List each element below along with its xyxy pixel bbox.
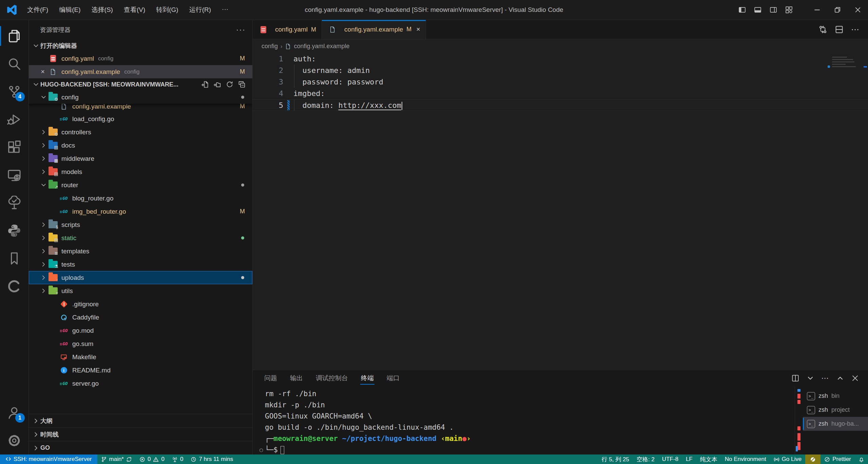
- status-prettier[interactable]: Prettier: [821, 455, 855, 464]
- activitybar-python[interactable]: [0, 217, 29, 245]
- layout-sidebar-icon[interactable]: [734, 6, 750, 14]
- close-icon[interactable]: ×: [38, 68, 48, 76]
- status-notifications[interactable]: [855, 455, 868, 464]
- menu-运行[interactable]: 运行(R): [185, 3, 216, 16]
- chev-up-icon[interactable]: [836, 374, 844, 382]
- activitybar-source-control[interactable]: 4: [0, 78, 29, 105]
- terminal-instance-bin[interactable]: >_zshbin: [803, 389, 868, 403]
- panel-tab-终端[interactable]: 终端: [360, 370, 374, 386]
- tab-config.yaml[interactable]: config.yamlM: [253, 20, 322, 39]
- tree-folder-middleware[interactable]: ▦middleware: [29, 152, 252, 165]
- explorer-more-icon[interactable]: ···: [236, 25, 246, 34]
- activitybar-bookmarks[interactable]: [0, 245, 29, 272]
- go-section[interactable]: GO: [29, 441, 252, 455]
- more-actions-icon[interactable]: ⋯: [851, 25, 860, 34]
- open-editor-item[interactable]: ×config.yaml.exampleconfigM: [29, 65, 252, 78]
- panel-tab-输出[interactable]: 输出: [289, 370, 304, 386]
- tree-folder-models[interactable]: ▤models: [29, 165, 252, 178]
- menu-查看[interactable]: 查看(V): [119, 3, 150, 16]
- tree-file-loadconfig.go[interactable]: ≡GOload_config.go: [29, 112, 252, 125]
- status-cursor-position[interactable]: 行 5, 列 25: [598, 455, 633, 464]
- tree-folder-static[interactable]: ▤static: [29, 231, 252, 245]
- panel-tab-问题[interactable]: 问题: [264, 370, 278, 386]
- status-remote[interactable]: SSH: meowrainVmwareServer: [0, 455, 97, 464]
- open-changes-icon[interactable]: [818, 25, 827, 34]
- code-line-5[interactable]: 5 domain: http://xxx.com: [253, 99, 868, 111]
- activitybar-codesnap[interactable]: [0, 272, 29, 300]
- status-extension-status[interactable]: [805, 455, 821, 464]
- tree-folder-controllers[interactable]: ⚙controllers: [29, 125, 252, 139]
- tree-folder-uploads[interactable]: ↑uploads: [29, 271, 252, 284]
- tree-file-Makefile[interactable]: Makefile: [29, 350, 252, 364]
- collapse-all-icon[interactable]: [237, 80, 246, 89]
- status-indentation[interactable]: 空格: 2: [633, 455, 658, 464]
- menu-文件[interactable]: 文件(F): [22, 3, 53, 16]
- activitybar-extensions[interactable]: [0, 133, 29, 161]
- layout-panel-icon[interactable]: [750, 6, 766, 14]
- tree-file-go.mod[interactable]: ≡GOgo.mod: [29, 324, 252, 337]
- terminal-instance-project[interactable]: >_zshproject: [803, 403, 868, 417]
- terminal[interactable]: rm -rf ./binmkdir -p ./binGOOS=linux GOA…: [253, 386, 795, 455]
- tree-folder-docs[interactable]: ▤docs: [29, 139, 252, 152]
- activitybar-settings[interactable]: [0, 427, 29, 455]
- menu-编辑[interactable]: 编辑(E): [54, 3, 85, 16]
- tree-file-.gitignore[interactable]: .gitignore: [29, 297, 252, 311]
- layout-secondary-sidebar-icon[interactable]: [766, 6, 781, 14]
- activitybar-explorer[interactable]: [0, 22, 29, 50]
- new-file-icon[interactable]: [201, 80, 210, 89]
- status-go-live[interactable]: Go Live: [770, 455, 806, 464]
- code-line-3[interactable]: 3 password: password: [253, 76, 868, 88]
- refresh-icon[interactable]: [225, 80, 234, 89]
- menu-选择[interactable]: 选择(S): [87, 3, 118, 16]
- menu-转到[interactable]: 转到(G): [151, 3, 183, 16]
- split-editor-icon[interactable]: [835, 25, 844, 34]
- breadcrumb-file[interactable]: config.yaml.example: [294, 43, 349, 50]
- status-wakatime[interactable]: 7 hrs 11 mins: [187, 455, 237, 464]
- status-git-branch[interactable]: main*: [97, 455, 136, 464]
- activitybar-search[interactable]: [0, 50, 29, 78]
- code-line-1[interactable]: 1auth:: [253, 53, 868, 65]
- status-ports[interactable]: 0: [168, 455, 187, 464]
- tree-file-blogrouter.go[interactable]: ≡GOblog_router.go: [29, 192, 252, 205]
- new-folder-icon[interactable]: [213, 80, 222, 89]
- split-terminal-icon[interactable]: [791, 374, 799, 382]
- tree-file-go.sum[interactable]: ≡GOgo.sum: [29, 337, 252, 350]
- tree-folder-utils[interactable]: +utils: [29, 284, 252, 297]
- tree-folder-templates[interactable]: ≣templates: [29, 245, 252, 258]
- layout-customize-icon[interactable]: [781, 6, 797, 14]
- project-section-header[interactable]: HUGO-BACKEND [SSH: MEOWRAINVMWARE...: [29, 78, 252, 91]
- chev-down-icon[interactable]: [806, 374, 814, 382]
- timeline-section[interactable]: 时间线: [29, 427, 252, 441]
- tree-folder-tests[interactable]: ⚗tests: [29, 258, 252, 271]
- tree-file-README.md[interactable]: iREADME.md: [29, 364, 252, 377]
- code-editor[interactable]: 1auth:2 username: admin3 password: passw…: [253, 53, 868, 370]
- status-eol[interactable]: LF: [682, 455, 696, 464]
- more-actions-icon[interactable]: ⋯: [821, 374, 829, 383]
- code-line-2[interactable]: 2 username: admin: [253, 65, 868, 76]
- tree-folder-config[interactable]: ⚙config: [29, 91, 252, 104]
- terminal-instance-hugoba[interactable]: >_zshhugo-ba...: [803, 417, 868, 431]
- code-line-4[interactable]: 4imgbed:: [253, 88, 868, 99]
- tree-file-Caddyfile[interactable]: Caddyfile: [29, 311, 252, 324]
- open-editors-header[interactable]: 打开的编辑器: [29, 40, 252, 52]
- terminal-input-line[interactable]: ○└─$: [257, 444, 795, 456]
- tree-file-server.go[interactable]: ≡GOserver.go: [29, 377, 252, 390]
- breadcrumb[interactable]: config › config.yaml.example: [253, 39, 868, 53]
- outline-section[interactable]: 大纲: [29, 414, 252, 427]
- panel-tab-调试控制台[interactable]: 调试控制台: [315, 370, 349, 386]
- activitybar-remote-explorer[interactable]: [0, 161, 29, 189]
- tab-config.yaml.example[interactable]: config.yaml.exampleM×: [322, 20, 426, 39]
- close-icon[interactable]: ×: [416, 25, 420, 33]
- status-encoding[interactable]: UTF-8: [658, 455, 682, 464]
- menu-more-icon[interactable]: ···: [217, 3, 233, 16]
- activitybar-accounts[interactable]: 1: [0, 399, 29, 427]
- status-problems[interactable]: 00: [136, 455, 168, 464]
- tree-file-imgbedrouter.go[interactable]: ≡GOimg_bed_router.goM: [29, 205, 252, 218]
- tree-folder-router[interactable]: ↗router: [29, 178, 252, 192]
- minimap[interactable]: [832, 57, 859, 69]
- status-environment[interactable]: No Environment: [721, 455, 770, 464]
- status-language-mode[interactable]: 纯文本: [696, 455, 721, 464]
- tree-folder-scripts[interactable]: §scripts: [29, 218, 252, 231]
- close-icon[interactable]: [851, 374, 859, 382]
- tree-file-config.yaml.example[interactable]: config.yaml.exampleM: [29, 104, 252, 112]
